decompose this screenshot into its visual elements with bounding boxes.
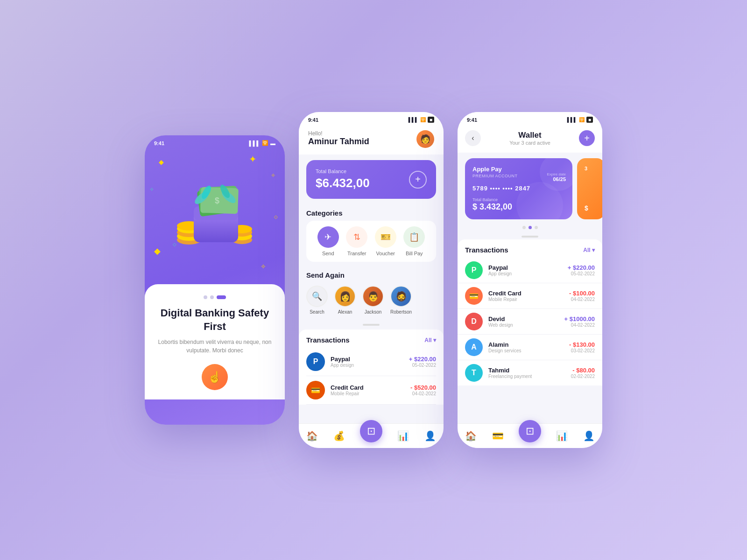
category-transfer[interactable]: ⇅ Transfer xyxy=(346,226,367,256)
category-send[interactable]: ✈ Send xyxy=(317,226,339,256)
paypal-name-3: Paypal xyxy=(488,264,562,271)
nav-home-2[interactable]: 🏠 xyxy=(306,430,318,441)
star-2 xyxy=(249,154,257,165)
status-icons-1: ▌▌▌ 🛜 ▬ xyxy=(249,140,275,146)
credit-logo-2: 💳 xyxy=(306,381,325,399)
voucher-icon-bg: 🎫 xyxy=(375,226,396,248)
search-label: Search xyxy=(310,309,324,315)
card-balance-label: Total Balance xyxy=(472,197,512,202)
dot-2 xyxy=(210,295,214,299)
pagination-dots xyxy=(156,295,274,299)
star-4 xyxy=(149,186,154,193)
wallet-tx-devid[interactable]: D Devid Web design + $1000.00 04-02-2022 xyxy=(458,309,602,335)
tx-credit-amount-2: - $520.00 xyxy=(410,384,436,391)
wallet-tx-tahmid[interactable]: T Tahmid Freelancing payment - $80.00 02… xyxy=(458,360,602,385)
nav-profile-2[interactable]: 👤 xyxy=(424,430,436,441)
nav-home-3[interactable]: 🏠 xyxy=(465,430,477,441)
nav-wallet-2[interactable]: 💰 xyxy=(333,430,345,441)
alamin-sub-3: Design services xyxy=(488,348,564,353)
phone-onboarding: 9:41 ▌▌▌ 🛜 ▬ xyxy=(145,135,285,425)
signal-icon: ▌▌▌ xyxy=(249,140,260,146)
stats-icon-3: 📊 xyxy=(556,430,568,441)
contact-search[interactable]: 🔍 Search xyxy=(306,286,328,315)
alexan-avatar: 👩 xyxy=(334,286,356,307)
orange-card-number: 3 xyxy=(585,166,598,171)
time-2: 9:41 xyxy=(308,117,318,123)
send-icon-bg: ✈ xyxy=(317,226,339,248)
scan-icon-2: ⊡ xyxy=(367,425,375,437)
jackson-avatar: 👨 xyxy=(362,286,384,307)
balance-info: Total Balance $6.432,00 xyxy=(316,168,370,190)
expiry-date: 06/25 xyxy=(547,176,566,182)
contacts-row: 🔍 Search 👩 Alexan 👨 Jackson 🧔 Robertson xyxy=(299,282,444,320)
tahmid-info-3: Tahmid Freelancing payment xyxy=(488,367,565,379)
tx-paypal-2[interactable]: P Paypal App design + $220.00 05-02-2022 xyxy=(306,348,436,376)
orange-card-balance: $ xyxy=(585,204,598,212)
wifi-icon-3: 🛜 xyxy=(579,117,585,122)
back-button[interactable]: ‹ xyxy=(465,130,481,146)
user-avatar[interactable]: 🧑 xyxy=(416,130,434,148)
nav-fab-2[interactable]: ⊡ xyxy=(360,420,382,442)
wallet-tx-credit[interactable]: 💳 Credit Card Mobile Repair - $100.00 04… xyxy=(458,283,602,309)
category-voucher[interactable]: 🎫 Voucher xyxy=(375,226,396,256)
onboarding-bottom-card: Digital Banking Safety First Lobortis bi… xyxy=(145,284,285,399)
paypal-avatar-3: P xyxy=(465,261,483,279)
tx-credit-2[interactable]: 💳 Credit Card Mobile Repair - $520.00 04… xyxy=(306,376,436,405)
phone-dashboard: 9:41 ▌▌▌ 🛜 ■ Hello! Aminur Tahmid 🧑 Tota… xyxy=(299,112,444,448)
transactions-all-2[interactable]: All ▾ xyxy=(424,337,436,343)
star-6 xyxy=(261,263,266,270)
tahmid-date-3: 02-02-2022 xyxy=(571,374,595,379)
tx-paypal-sub-2: App design xyxy=(331,363,403,368)
wallet-transactions: Transactions All ▾ P Paypal App design +… xyxy=(458,239,602,385)
contact-robertson[interactable]: 🧔 Robertson xyxy=(390,286,412,315)
wallet-title-group: Wallet Your 3 card active xyxy=(509,131,550,146)
nav-wallet-3[interactable]: 💳 xyxy=(492,430,504,441)
svg-text:$: $ xyxy=(215,196,219,205)
wallet-tx-all[interactable]: All ▾ xyxy=(583,247,595,253)
voucher-icon: 🎫 xyxy=(381,232,391,242)
tahmid-sub-3: Freelancing payment xyxy=(488,374,565,379)
credit-amount-3: - $100.00 xyxy=(569,290,595,297)
send-icon: ✈ xyxy=(324,232,331,242)
star-3 xyxy=(271,172,275,179)
drag-handle-3 xyxy=(521,236,538,238)
time-1: 9:41 xyxy=(154,140,164,146)
add-balance-button[interactable]: + xyxy=(409,171,427,189)
tx-paypal-amount-2: + $220.00 xyxy=(409,356,436,363)
contact-alexan[interactable]: 👩 Alexan xyxy=(334,286,356,315)
add-card-button[interactable]: + xyxy=(579,130,595,146)
wallet-tx-alamin[interactable]: A Alamin Design services - $130.00 03-02… xyxy=(458,335,602,360)
wallet-tx-paypal[interactable]: P Paypal App design + $220.00 05-02-2022 xyxy=(458,258,602,283)
nav-stats-2[interactable]: 📊 xyxy=(397,430,409,441)
apple-pay-card[interactable]: Apple Pay PREMIUM ACCOUNT 5789 •••• ••••… xyxy=(465,158,572,219)
status-bar-2: 9:41 ▌▌▌ 🛜 ■ xyxy=(299,112,444,126)
billpay-icon-bg: 📋 xyxy=(403,226,425,248)
wallet-icon-3: 💳 xyxy=(492,430,504,441)
tx-paypal-right-2: + $220.00 05-02-2022 xyxy=(409,356,436,368)
category-billpay[interactable]: 📋 Bill Pay xyxy=(403,226,425,256)
credit-avatar-3: 💳 xyxy=(465,287,483,305)
nav-stats-3[interactable]: 📊 xyxy=(556,430,568,441)
dot-3 xyxy=(217,295,226,299)
paypal-info-3: Paypal App design xyxy=(488,264,562,276)
greeting-block: Hello! Aminur Tahmid xyxy=(308,130,369,147)
alamin-avatar-3: A xyxy=(465,338,483,356)
nav-fab-3[interactable]: ⊡ xyxy=(519,420,541,442)
add-card-icon: + xyxy=(584,133,590,144)
phone-wallet: 9:41 ▌▌▌ 🛜 ■ ‹ Wallet Your 3 card active… xyxy=(458,112,602,448)
tx-credit-info-2: Credit Card Mobile Repair xyxy=(331,384,405,396)
billpay-label: Bill Pay xyxy=(406,251,423,256)
card-dot-2 xyxy=(529,226,532,229)
fingerprint-button[interactable]: ☝ xyxy=(202,364,228,390)
alamin-date-3: 03-02-2022 xyxy=(569,348,595,353)
devid-name-3: Devid xyxy=(488,315,559,322)
balance-amount: $6.432,00 xyxy=(316,176,370,190)
transfer-icon: ⇅ xyxy=(353,232,360,242)
transactions-header-2: Transactions All ▾ xyxy=(306,329,436,348)
status-icons-3: ▌▌▌ 🛜 ■ xyxy=(567,117,593,123)
contact-jackson[interactable]: 👨 Jackson xyxy=(362,286,384,315)
nav-profile-3[interactable]: 👤 xyxy=(583,430,595,441)
tx-credit-date-2: 04-02-2022 xyxy=(410,391,436,396)
orange-card[interactable]: 3 $ xyxy=(577,158,602,219)
tahmid-right-3: - $80.00 02-02-2022 xyxy=(571,367,595,379)
